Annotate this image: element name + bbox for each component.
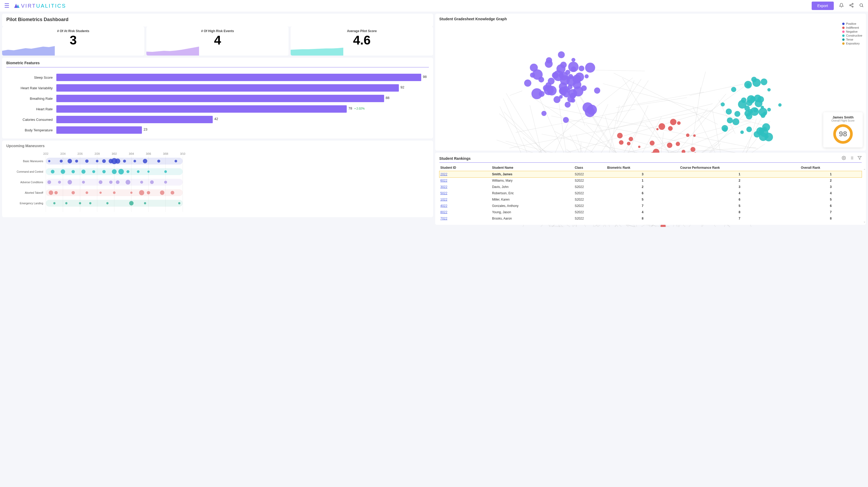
- student-id-link[interactable]: 6022: [440, 179, 447, 182]
- feature-bar[interactable]: [56, 116, 213, 123]
- student-id-link[interactable]: 8022: [440, 210, 447, 214]
- table-row[interactable]: 1022 Miller, Karen S2022 5 6 5: [439, 196, 862, 203]
- menu-icon[interactable]: ☰: [4, 2, 9, 9]
- svg-point-222: [539, 91, 545, 97]
- kpi-card[interactable]: # Of High Risk Events 4: [146, 27, 288, 56]
- svg-point-257: [568, 85, 572, 90]
- class-cell: S2022: [574, 209, 606, 215]
- svg-point-263: [541, 111, 546, 116]
- svg-point-354: [693, 134, 696, 137]
- settings-icon[interactable]: [842, 156, 846, 161]
- overall-rank-cell: 2: [800, 177, 862, 184]
- flight-score-card: James Smith Overall Flight Score 98: [823, 112, 863, 147]
- kpi-value: 4: [149, 34, 286, 47]
- table-scrollbar[interactable]: ⌃⌄: [863, 169, 866, 223]
- student-id-link[interactable]: 4022: [440, 204, 447, 208]
- svg-line-3: [850, 5, 852, 6]
- feature-bar[interactable]: [56, 95, 384, 102]
- feature-value: 88: [386, 96, 390, 100]
- svg-point-5: [860, 4, 863, 7]
- kpi-sparkline: [146, 45, 199, 56]
- svg-point-268: [562, 90, 566, 94]
- svg-point-454: [759, 128, 764, 133]
- column-header[interactable]: Biometric Rank: [606, 164, 679, 171]
- overall-rank-cell: 6: [800, 203, 862, 209]
- export-button[interactable]: Export: [812, 2, 834, 10]
- svg-point-446: [753, 108, 758, 113]
- svg-point-261: [579, 65, 584, 71]
- score-value: 98: [833, 124, 853, 144]
- svg-point-74: [49, 191, 53, 195]
- kpi-sparkline: [2, 45, 55, 56]
- svg-text:3/02: 3/02: [112, 152, 117, 155]
- search-icon[interactable]: [859, 3, 864, 9]
- svg-point-273: [532, 69, 542, 80]
- svg-point-271: [564, 101, 570, 108]
- svg-point-432: [731, 87, 736, 92]
- app-header: ☰ VIRTUALITICS Export: [0, 0, 868, 11]
- student-id-link[interactable]: 2022: [440, 173, 447, 176]
- column-header[interactable]: Student ID: [439, 164, 491, 171]
- svg-point-34: [85, 159, 89, 163]
- overall-rank-cell: 1: [800, 171, 862, 177]
- svg-point-427: [746, 127, 752, 132]
- kpi-card[interactable]: # Of At Risk Students 3: [2, 27, 144, 56]
- svg-text:Basic Maneuvers: Basic Maneuvers: [23, 160, 43, 163]
- filter-icon[interactable]: [858, 156, 862, 161]
- svg-point-88: [65, 202, 67, 204]
- list-icon[interactable]: [849, 156, 854, 161]
- svg-text:3/10: 3/10: [180, 152, 185, 155]
- svg-point-76: [72, 191, 75, 194]
- feature-bar[interactable]: [56, 105, 347, 113]
- biometric-features-panel: Biometric Features Sleep Score 98 Heart …: [2, 58, 433, 139]
- kpi-card[interactable]: Average Pilot Score 4.6: [291, 27, 433, 56]
- svg-point-462: [767, 108, 771, 112]
- table-row[interactable]: 3022 Davis, John S2022 2 3 3: [439, 184, 862, 190]
- table-row[interactable]: 7022 Brooks, Aaron S2022 8 7 8: [439, 215, 862, 222]
- student-name-cell: Williams, Mary: [491, 177, 574, 184]
- svg-point-449: [744, 81, 752, 88]
- feature-bar[interactable]: [56, 126, 142, 134]
- bell-icon[interactable]: [839, 3, 844, 9]
- table-row[interactable]: 5022 Robertson, Eric S2022 6 4 4: [439, 190, 862, 196]
- student-id-link[interactable]: 1022: [440, 198, 447, 202]
- kpi-label: # Of High Risk Events: [149, 29, 286, 33]
- table-row[interactable]: 2022 Smith, James S2022 3 1 1: [439, 171, 862, 177]
- svg-line-4: [850, 4, 852, 5]
- svg-line-140: [636, 97, 687, 105]
- feature-bar[interactable]: [56, 74, 421, 81]
- svg-point-246: [568, 74, 573, 79]
- svg-line-6: [862, 6, 863, 7]
- column-header[interactable]: Class: [574, 164, 606, 171]
- student-id-link[interactable]: 5022: [440, 191, 447, 195]
- maneuvers-timeline-chart[interactable]: 2/222/242/262/283/023/043/063/083/10Basi…: [6, 150, 196, 213]
- svg-text:3/04: 3/04: [129, 152, 134, 155]
- share-icon[interactable]: [849, 3, 854, 9]
- student-name-cell: Davis, John: [491, 184, 574, 190]
- performance-rank-cell: 7: [679, 215, 800, 222]
- table-row[interactable]: 6022 Williams, Mary S2022 1 2 2: [439, 177, 862, 184]
- svg-marker-7: [2, 46, 55, 56]
- svg-point-464: [757, 96, 764, 103]
- svg-point-460: [758, 108, 767, 116]
- svg-point-62: [58, 181, 61, 183]
- svg-point-78: [99, 192, 102, 194]
- svg-point-40: [123, 159, 126, 162]
- student-id-link[interactable]: 7022: [440, 217, 447, 220]
- column-header[interactable]: Course Performance Rank: [679, 164, 800, 171]
- feature-row: Breathing Rate 88: [6, 93, 429, 104]
- student-name-cell: Smith, James: [491, 171, 574, 177]
- column-header[interactable]: Student Name: [491, 164, 574, 171]
- student-id-link[interactable]: 3022: [440, 185, 447, 189]
- score-subtitle: Overall Flight Score: [828, 119, 858, 122]
- column-header[interactable]: Overall Rank: [800, 164, 862, 171]
- knowledge-graph-title: Student Gradesheet Knowledge Graph: [439, 17, 862, 21]
- svg-point-92: [129, 201, 134, 206]
- feature-row: Sleep Score 98: [6, 72, 429, 83]
- table-row[interactable]: 4022 Gonzales, Anthony S2022 7 5 6: [439, 203, 862, 209]
- table-row[interactable]: 8022 Young, Jason S2022 4 8 7: [439, 209, 862, 215]
- feature-bar[interactable]: [56, 84, 399, 92]
- student-name-cell: Young, Jason: [491, 209, 574, 215]
- svg-text:2/24: 2/24: [60, 152, 66, 155]
- brand-logo[interactable]: VIRTUALITICS: [14, 3, 66, 9]
